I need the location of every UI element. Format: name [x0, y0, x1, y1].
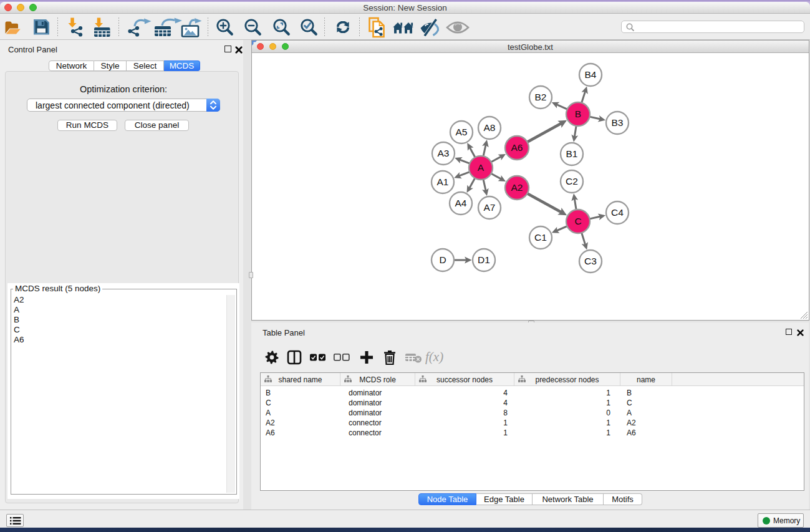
- svg-text:A1: A1: [437, 177, 449, 187]
- svg-text:C: C: [574, 216, 581, 226]
- svg-text:D: D: [439, 254, 446, 265]
- svg-text:A: A: [478, 162, 485, 173]
- svg-text:C1: C1: [534, 232, 547, 243]
- svg-text:A7: A7: [484, 202, 496, 213]
- svg-text:B3: B3: [612, 117, 624, 128]
- svg-text:B2: B2: [535, 92, 547, 102]
- svg-text:C3: C3: [584, 256, 597, 266]
- svg-text:D1: D1: [478, 254, 490, 265]
- svg-text:B: B: [575, 109, 581, 119]
- svg-text:A5: A5: [456, 127, 468, 137]
- svg-text:A8: A8: [484, 122, 496, 133]
- svg-text:A3: A3: [438, 148, 450, 158]
- svg-text:C4: C4: [611, 207, 624, 218]
- svg-text:A2: A2: [511, 182, 523, 193]
- svg-text:B4: B4: [585, 69, 597, 80]
- svg-text:C2: C2: [566, 176, 578, 186]
- svg-text:B1: B1: [566, 148, 578, 159]
- svg-text:A6: A6: [511, 142, 523, 153]
- svg-text:A4: A4: [455, 198, 467, 208]
- svg-text:f(x): f(x): [425, 349, 443, 364]
